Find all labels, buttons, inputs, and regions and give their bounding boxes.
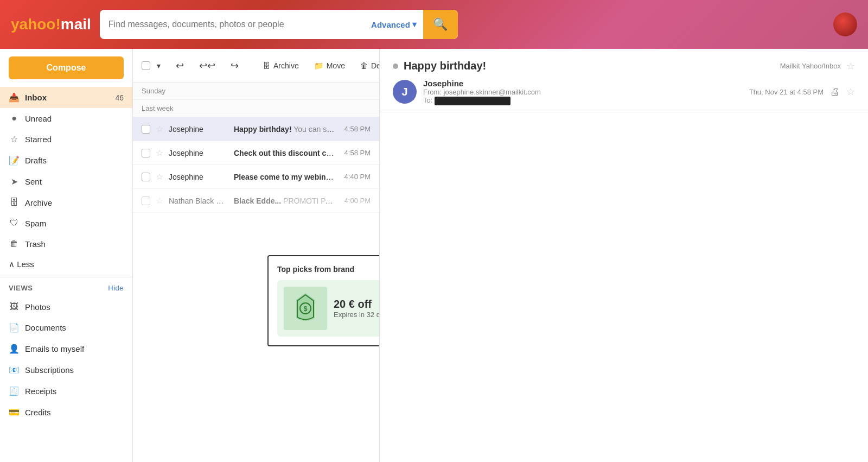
delete-button[interactable]: 🗑 Delete xyxy=(355,58,380,73)
credits-icon: 💳 xyxy=(9,407,20,417)
sidebar-label-credits: Credits xyxy=(25,408,51,417)
email-checkbox[interactable] xyxy=(142,173,150,181)
star-icon[interactable]: ☆ xyxy=(156,195,163,206)
sidebar-item-credits[interactable]: 💳 Credits xyxy=(0,402,132,423)
sidebar-item-photos[interactable]: 🖼 Photos xyxy=(0,296,132,317)
section-sunday: Sunday xyxy=(133,83,379,100)
email-subject-text: Happy birthday! xyxy=(234,125,292,134)
search-input[interactable] xyxy=(100,20,365,29)
less-toggle[interactable]: ∧ Less xyxy=(0,254,132,275)
email-subject-preview: Black Edde... PROMOTI PARELIUIRI... xyxy=(234,197,335,205)
email-subject-preview: Please come to my webinar You can stop r… xyxy=(234,173,335,181)
search-button[interactable]: 🔍 xyxy=(423,10,458,39)
toolbar: ▾ ↩ ↩↩ ↪ 🗄 Archive 📁 Move 🗑 Delete xyxy=(133,49,379,83)
detail-meta: J Josephine From: josephine.skinner@mail… xyxy=(393,79,855,105)
email-detail-panel: Happy birthday! Mailkit Yahoo/Inbox ☆ J … xyxy=(380,49,868,462)
table-row[interactable]: ☆ Josephine Happy birthday! You can stop… xyxy=(133,117,379,141)
sidebar-item-spam[interactable]: 🛡 Spam xyxy=(0,213,132,233)
subscriptions-icon: 📧 xyxy=(9,365,20,375)
svg-text:$: $ xyxy=(304,305,308,313)
yahoo-mail-logo: yahoo!mail xyxy=(11,16,91,33)
sidebar-item-archive[interactable]: 🗄 Archive xyxy=(0,192,132,213)
search-bar: Advanced ▾ 🔍 xyxy=(100,10,458,39)
offer-details: 20 € off Expires in 32 days xyxy=(334,298,380,319)
detail-time-star-icon[interactable]: ☆ xyxy=(846,86,855,98)
sidebar-label-trash: Trash xyxy=(25,239,46,249)
sidebar: Compose 📥 Inbox 46 ● Unread ☆ Starred 📝 … xyxy=(0,49,133,462)
archive-button[interactable]: 🗄 Archive xyxy=(257,58,304,73)
sidebar-label-drafts: Drafts xyxy=(25,156,47,165)
move-button[interactable]: 📁 Move xyxy=(309,58,350,73)
detail-star-icon[interactable]: ☆ xyxy=(846,60,855,72)
table-row[interactable]: ☆ Nathan Black Edde Black Edde... PROMOT… xyxy=(133,189,379,213)
star-icon[interactable]: ☆ xyxy=(156,124,163,134)
sidebar-item-starred[interactable]: ☆ Starred xyxy=(0,129,132,150)
forward-button[interactable]: ↪ xyxy=(225,56,244,75)
offer-icon: $ xyxy=(284,287,327,330)
archive-icon: 🗄 xyxy=(263,61,270,70)
sidebar-item-sent[interactable]: ➤ Sent xyxy=(0,171,132,192)
table-row[interactable]: ☆ Josephine Please come to my webinar Yo… xyxy=(133,165,379,189)
detail-subject-text: Happy birthday! xyxy=(404,60,775,72)
detail-time: Thu, Nov 21 at 4:58 PM 🖨 ☆ xyxy=(749,84,855,100)
sidebar-item-unread[interactable]: ● Unread xyxy=(0,108,132,129)
reply-button[interactable]: ↩ xyxy=(170,56,189,75)
email-subject-text: Please come to my webinar xyxy=(234,173,334,181)
email-checkbox[interactable] xyxy=(142,149,150,157)
drafts-icon: 📝 xyxy=(9,155,20,166)
email-sender: Josephine xyxy=(169,149,228,157)
advanced-button[interactable]: Advanced ▾ xyxy=(365,20,423,29)
offer-expires: Expires in 32 days xyxy=(334,311,380,319)
sidebar-label-archive: Archive xyxy=(25,198,52,207)
views-header: Views Hide xyxy=(0,280,132,296)
star-icon[interactable]: ☆ xyxy=(156,148,163,158)
sidebar-label-starred: Starred xyxy=(25,135,52,144)
email-time: 4:58 PM xyxy=(344,149,371,157)
sidebar-item-trash[interactable]: 🗑 Trash xyxy=(0,233,132,254)
sidebar-label-subscriptions: Subscriptions xyxy=(25,365,74,375)
app-header: yahoo!mail Advanced ▾ 🔍 xyxy=(0,0,868,49)
star-icon[interactable]: ☆ xyxy=(156,172,163,182)
sidebar-item-subscriptions[interactable]: 📧 Subscriptions xyxy=(0,359,132,381)
sidebar-label-sent: Sent xyxy=(25,177,42,186)
documents-icon: 📄 xyxy=(9,322,20,333)
sidebar-label-spam: Spam xyxy=(25,219,46,228)
email-preview-text: You can stop receiving this newsletter b… xyxy=(293,125,334,134)
detail-location: Mailkit Yahoo/Inbox xyxy=(780,62,841,70)
hide-views-button[interactable]: Hide xyxy=(108,284,124,292)
detail-sender-avatar: J xyxy=(393,80,417,104)
reply-all-button[interactable]: ↩↩ xyxy=(194,56,221,75)
sidebar-label-inbox: Inbox xyxy=(25,93,47,102)
spam-icon: 🛡 xyxy=(9,218,20,228)
detail-header: Happy birthday! Mailkit Yahoo/Inbox ☆ J … xyxy=(380,49,868,112)
sidebar-item-emails-to-myself[interactable]: 👤 Emails to myself xyxy=(0,338,132,359)
sidebar-item-drafts[interactable]: 📝 Drafts xyxy=(0,150,132,171)
reply-icon: ↩ xyxy=(176,60,184,72)
email-checkbox[interactable] xyxy=(142,125,150,134)
email-subject-preview: Check out this discount code You can sto… xyxy=(234,149,335,157)
avatar[interactable] xyxy=(833,12,857,36)
sidebar-item-documents[interactable]: 📄 Documents xyxy=(0,317,132,338)
email-sender: Josephine xyxy=(169,173,228,181)
sidebar-label-documents: Documents xyxy=(25,323,66,332)
sidebar-item-inbox[interactable]: 📥 Inbox 46 xyxy=(0,87,132,108)
unread-icon: ● xyxy=(9,113,20,123)
archive-label: Archive xyxy=(273,61,299,70)
detail-sender-email: From: josephine.skinner@mailkit.com xyxy=(423,88,743,96)
compose-button[interactable]: Compose xyxy=(9,56,124,79)
inbox-badge: 46 xyxy=(115,93,124,102)
main-layout: Compose 📥 Inbox 46 ● Unread ☆ Starred 📝 … xyxy=(0,49,868,462)
photos-icon: 🖼 xyxy=(9,302,20,312)
email-checkbox[interactable] xyxy=(142,197,150,205)
delete-label: Delete xyxy=(371,61,380,70)
print-button[interactable]: 🖨 xyxy=(828,84,842,100)
select-all-checkbox[interactable] xyxy=(142,61,150,70)
detail-sender-name: Josephine xyxy=(423,79,743,88)
redacted-recipient xyxy=(435,97,510,105)
detail-subject-row: Happy birthday! Mailkit Yahoo/Inbox ☆ xyxy=(393,60,855,72)
table-row[interactable]: ☆ Josephine Check out this discount code… xyxy=(133,141,379,165)
emails-to-myself-icon: 👤 xyxy=(9,344,20,354)
sidebar-item-receipts[interactable]: 🧾 Receipts xyxy=(0,381,132,402)
sidebar-label-receipts: Receipts xyxy=(25,387,56,396)
checkbox-dropdown-button[interactable]: ▾ xyxy=(151,58,166,73)
